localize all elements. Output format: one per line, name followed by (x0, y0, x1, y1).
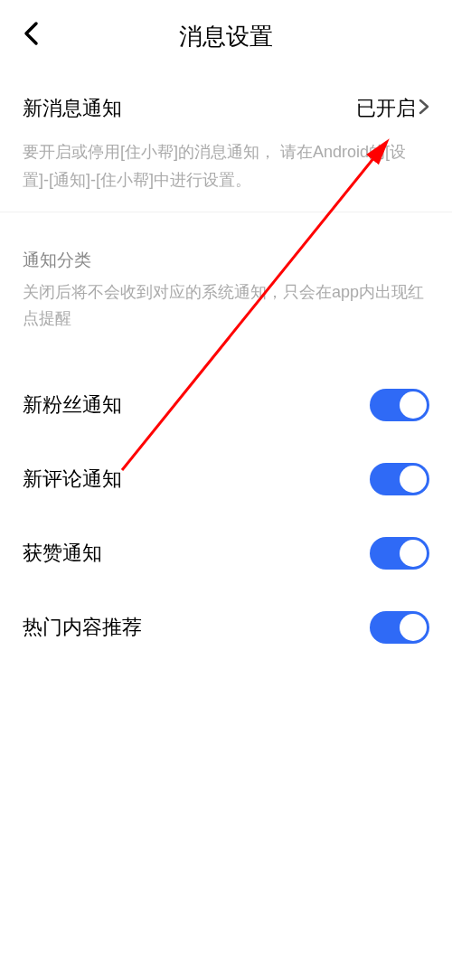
notification-section: 新消息通知 已开启 要开启或停用[住小帮]的消息通知， 请在Android的[设… (0, 72, 452, 212)
toggle-switch-new-comment[interactable] (370, 463, 429, 495)
chevron-right-icon (419, 99, 429, 119)
back-button[interactable] (23, 20, 39, 53)
chevron-left-icon (23, 21, 39, 46)
toggle-item-new-fans: 新粉丝通知 (23, 368, 429, 442)
toggle-item-likes: 获赞通知 (23, 516, 429, 590)
toggle-switch-new-fans[interactable] (370, 389, 429, 421)
category-section: 通知分类 关闭后将不会收到对应的系统通知，只会在app内出现红点提醒 (0, 212, 452, 350)
toggle-list: 新粉丝通知 新评论通知 获赞通知 热门内容推荐 (0, 350, 452, 664)
toggle-label: 获赞通知 (23, 540, 102, 567)
category-title: 通知分类 (23, 249, 429, 272)
toggle-label: 热门内容推荐 (23, 614, 142, 641)
notification-status-text: 已开启 (356, 95, 416, 122)
page-title: 消息设置 (18, 21, 434, 52)
notification-label: 新消息通知 (23, 95, 122, 122)
toggle-knob (400, 540, 427, 567)
category-description: 关闭后将不会收到对应的系统通知，只会在app内出现红点提醒 (23, 279, 429, 332)
toggle-switch-likes[interactable] (370, 537, 429, 570)
toggle-knob (400, 391, 427, 419)
toggle-label: 新粉丝通知 (23, 391, 122, 419)
notification-status: 已开启 (356, 95, 429, 122)
toggle-label: 新评论通知 (23, 466, 122, 493)
notification-description: 要开启或停用[住小帮]的消息通知， 请在Android的[设置]-[通知]-[住… (23, 138, 429, 193)
toggle-item-hot-content: 热门内容推荐 (23, 590, 429, 664)
toggle-item-new-comment: 新评论通知 (23, 442, 429, 516)
toggle-knob (400, 614, 427, 641)
page-header: 消息设置 (0, 0, 452, 72)
toggle-switch-hot-content[interactable] (370, 611, 429, 644)
notification-row[interactable]: 新消息通知 已开启 (23, 95, 429, 122)
toggle-knob (400, 466, 427, 493)
